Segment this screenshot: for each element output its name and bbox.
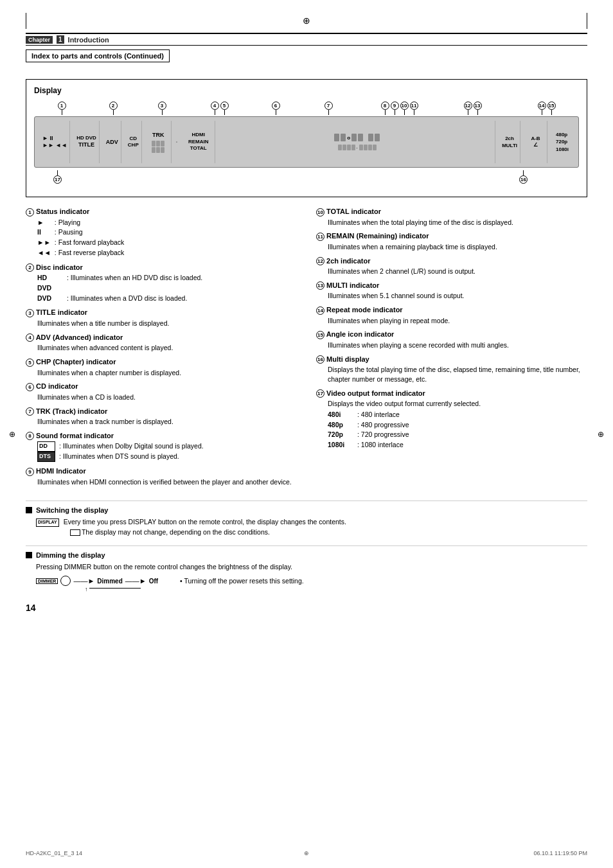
desc-body-6: Illuminates when a CD is loaded. xyxy=(26,393,297,402)
dimmer-note: • Turning off the power resets this sett… xyxy=(180,577,304,585)
desc-body-9: Illuminates when HDMI connection is veri… xyxy=(26,477,297,487)
ann-15: 15 xyxy=(547,102,556,110)
desc-title-7: 7 TRK (Track) indicator xyxy=(26,407,297,416)
desc-item-3: 3 TITLE indicator Illuminates when a tit… xyxy=(26,308,297,328)
desc-item-11: 11 REMAIN (Remaining) indicator Illumina… xyxy=(316,232,587,251)
desc-item-17: 17 Video output format indicator Display… xyxy=(316,389,587,450)
panel-resolution-col: 480p 720p 1080i xyxy=(551,121,573,163)
panel-multidisplay-col: o · xyxy=(219,121,495,163)
desc-body-3: Illuminates when a title number is displ… xyxy=(26,319,297,328)
desc-title-17: 17 Video output format indicator xyxy=(316,389,587,398)
ann-12: 12 xyxy=(464,102,472,110)
desc-body-15: Illuminates when playing a scene recorde… xyxy=(316,341,587,350)
top-crosshair: ⊕ xyxy=(303,15,310,29)
desc-item-5: 5 CHP (Chapter) indicator Illuminates wh… xyxy=(26,358,297,377)
section-divider-1 xyxy=(26,500,587,501)
panel-ab-angle-col: A-B ∠ xyxy=(524,121,547,163)
dimmer-arrow-1: ——► xyxy=(73,577,94,585)
left-crosshair: ⊕ xyxy=(9,430,15,439)
desc-body-7: Illuminates when a track number is displ… xyxy=(26,417,297,427)
desc-item-14: 14 Repeat mode indicator Illuminates whe… xyxy=(316,306,587,325)
ann-8: 8 xyxy=(381,102,389,110)
desc-title-8: 8 Sound format indicator xyxy=(26,432,297,441)
panel-2ch-multi-col: 2ch MULTI xyxy=(499,121,520,163)
desc-item-15: 15 Angle icon indicator Illuminates when… xyxy=(316,330,587,350)
footer-left: HD-A2KC_01_E_3 14 xyxy=(26,850,82,856)
panel-cdchp-col: CD CHP xyxy=(125,121,142,163)
switching-display-section: Switching the display DISPLAY Every time… xyxy=(26,506,587,538)
desc-item-10: 10 TOTAL indicator Illuminates when the … xyxy=(316,208,587,227)
desc-title-12: 12 2ch indicator xyxy=(316,257,587,266)
desc-body-16: Displays the total playing time of the d… xyxy=(316,365,587,384)
desc-title-3: 3 TITLE indicator xyxy=(26,308,297,317)
ann-11: 11 xyxy=(410,102,418,110)
right-crosshair: ⊕ xyxy=(598,430,604,439)
ann-6: 6 xyxy=(272,102,280,110)
panel-sep-1: · xyxy=(175,136,178,148)
display-icon-box xyxy=(70,529,80,536)
dimming-body-text: Pressing DIMMER button on the remote con… xyxy=(26,562,587,572)
dimmer-off-label: Off xyxy=(149,578,158,585)
desc-body-17-main: Displays the video output format current… xyxy=(316,399,587,409)
chapter-title: Introduction xyxy=(68,36,109,44)
dimmer-dimmed-label: Dimmed xyxy=(97,578,122,585)
bottom-annotations: 17 16 xyxy=(34,169,579,184)
descriptions-grid: 1 Status indicator ►: Playing II: Pausin… xyxy=(26,208,587,492)
footer-center: ⊕ xyxy=(304,850,309,856)
section-divider-2 xyxy=(26,545,587,546)
desc-title-2: 2 Disc indicator xyxy=(26,263,297,272)
section-bar: Index to parts and controls (Continued) xyxy=(26,49,170,62)
ann-17: 17 xyxy=(53,175,62,184)
desc-item-9: 9 HDMI Indicator Illuminates when HDMI c… xyxy=(26,467,297,486)
desc-item-6: 6 CD indicator Illuminates when a CD is … xyxy=(26,382,297,402)
panel-disc-col: HD DVD TITLE xyxy=(74,121,100,163)
desc-body-4: Illuminates when advanced content is pla… xyxy=(26,343,297,353)
desc-item-7: 7 TRK (Track) indicator Illuminates when… xyxy=(26,407,297,427)
right-margin-line xyxy=(587,13,587,29)
panel-adv-col: ADV xyxy=(103,121,121,163)
dimmer-arrow-2: ——► xyxy=(125,577,147,585)
desc-item-12: 12 2ch indicator Illuminates when 2 chan… xyxy=(316,257,587,276)
desc-body-13: Illuminates when 5.1 channel sound is ou… xyxy=(316,291,587,301)
desc-item-8: 8 Sound format indicator DD : Illuminate… xyxy=(26,432,297,462)
ann-1: 1 xyxy=(58,102,66,110)
dimmer-diagram: DIMMER ——► Dimmed ——► Off • Turning off … xyxy=(26,576,587,586)
desc-title-14: 14 Repeat mode indicator xyxy=(316,306,587,315)
desc-body-5: Illuminates when a chapter number is dis… xyxy=(26,368,297,378)
desc-title-6: 6 CD indicator xyxy=(26,382,297,391)
panel-hdmi-col: HDMI REMAIN TOTAL xyxy=(182,121,215,163)
desc-item-4: 4 ADV (Advanced) indicator Illuminates w… xyxy=(26,333,297,353)
desc-title-5: 5 CHP (Chapter) indicator xyxy=(26,358,297,367)
ann-2: 2 xyxy=(109,102,118,110)
ann-10: 10 xyxy=(400,102,409,110)
ann-7: 7 xyxy=(324,102,333,110)
ann-4: 4 xyxy=(211,102,219,110)
desc-sub-2: HD DVD: Illuminates when an HD DVD disc … xyxy=(26,273,297,303)
ann-14: 14 xyxy=(538,102,546,110)
desc-body-11: Illuminates when a remaining playback ti… xyxy=(316,242,587,252)
display-section: Display 1 2 3 4 xyxy=(26,79,587,197)
chapter-label-box: Chapter xyxy=(26,36,53,44)
desc-body-10: Illuminates when the total playing time … xyxy=(316,218,587,227)
ann-9: 9 xyxy=(391,102,399,110)
right-column-descriptions: 10 TOTAL indicator Illuminates when the … xyxy=(316,208,587,492)
desc-title-10: 10 TOTAL indicator xyxy=(316,208,587,217)
desc-title-15: 15 Angle icon indicator xyxy=(316,330,587,339)
dimming-display-section: Dimming the display Pressing DIMMER butt… xyxy=(26,551,587,593)
ann-5: 5 xyxy=(220,102,229,110)
desc-title-9: 9 HDMI Indicator xyxy=(26,467,297,476)
desc-item-16: 16 Multi display Displays the total play… xyxy=(316,355,587,384)
desc-title-16: 16 Multi display xyxy=(316,355,587,364)
chapter-header: Chapter 1 Introduction xyxy=(26,33,587,46)
ann-3: 3 xyxy=(158,102,166,110)
display-section-title: Display xyxy=(34,86,579,95)
top-annotations: 1 2 3 4 5 xyxy=(34,102,579,115)
ann-13: 13 xyxy=(474,102,482,110)
display-diagram: 1 2 3 4 5 xyxy=(34,102,579,184)
dimmer-circle-icon xyxy=(60,576,71,586)
desc-title-1: 1 Status indicator xyxy=(26,208,297,217)
left-column-descriptions: 1 Status indicator ►: Playing II: Pausin… xyxy=(26,208,297,492)
left-margin-line xyxy=(26,13,26,29)
desc-item-1: 1 Status indicator ►: Playing II: Pausin… xyxy=(26,208,297,258)
desc-sub-1: ►: Playing II: Pausing ►►: Fast forward … xyxy=(26,218,297,258)
